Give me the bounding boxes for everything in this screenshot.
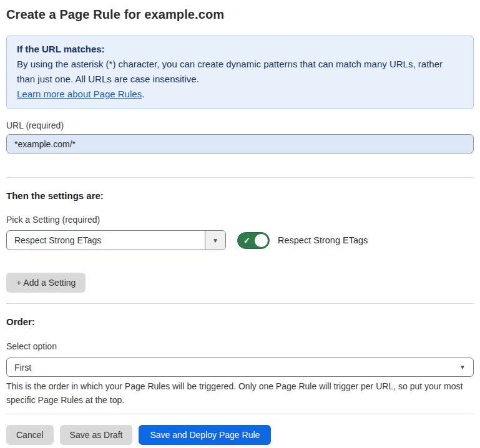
order-select-label: Select option (6, 341, 474, 351)
divider (6, 303, 474, 304)
order-section-heading: Order: (6, 316, 474, 327)
footer-actions: Cancel Save as Draft Save and Deploy Pag… (6, 425, 474, 445)
setting-toggle-label: Respect Strong ETags (278, 235, 368, 245)
cancel-button[interactable]: Cancel (6, 425, 54, 445)
url-field-label: URL (required) (6, 120, 474, 130)
divider (6, 414, 474, 414)
setting-select[interactable]: Respect Strong ETags ▼ (6, 230, 226, 250)
link-suffix: . (142, 89, 144, 99)
add-setting-button[interactable]: + Add a Setting (6, 273, 86, 293)
info-box-link-line: Learn more about Page Rules. (17, 87, 463, 102)
order-help-text: This is the order in which your Page Rul… (6, 380, 471, 407)
pick-setting-label: Pick a Setting (required) (6, 215, 474, 225)
setting-select-value: Respect Strong ETags (7, 231, 205, 250)
save-and-deploy-button[interactable]: Save and Deploy Page Rule (139, 425, 271, 445)
chevron-down-icon: ▼ (212, 237, 218, 244)
setting-select-arrow-button[interactable]: ▼ (205, 231, 225, 250)
url-input[interactable] (6, 134, 474, 153)
url-match-info-box: If the URL matches: By using the asteris… (6, 36, 474, 109)
divider (6, 177, 474, 178)
page-title: Create a Page Rule for example.com (6, 7, 474, 22)
chevron-down-icon: ▼ (459, 364, 466, 371)
info-box-heading: If the URL matches: (17, 42, 463, 57)
setting-row: Respect Strong ETags ▼ ✓ Respect Strong … (6, 230, 474, 250)
order-select-value: First (14, 363, 31, 373)
learn-more-link[interactable]: Learn more about Page Rules (17, 89, 142, 99)
toggle-knob (255, 234, 268, 247)
check-icon: ✓ (243, 236, 250, 245)
info-box-body: By using the asterisk (*) character, you… (17, 57, 463, 87)
save-as-draft-button[interactable]: Save as Draft (60, 425, 133, 445)
setting-toggle[interactable]: ✓ (237, 232, 270, 249)
settings-section-heading: Then the settings are: (6, 190, 474, 201)
order-select[interactable]: First ▼ (6, 358, 474, 377)
